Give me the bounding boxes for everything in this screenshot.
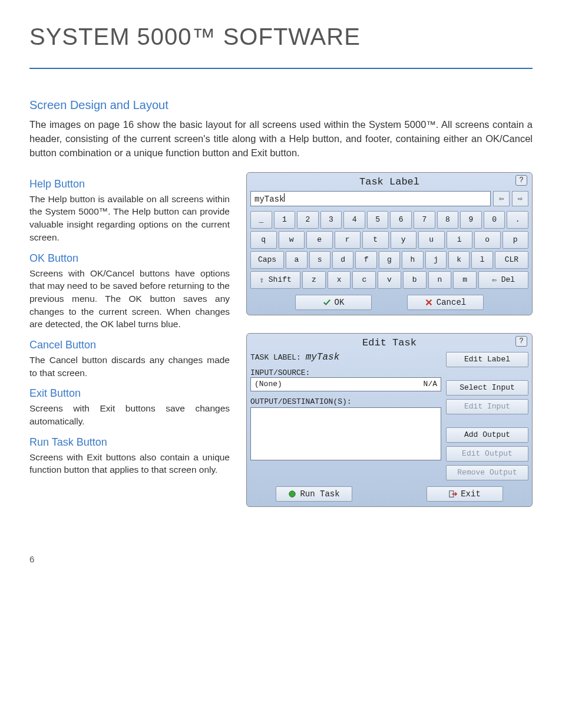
edit-input-button[interactable]: Edit Input [446,399,528,414]
key[interactable]: d [332,251,353,269]
cancel-body: The Cancel button discards any changes m… [29,354,230,379]
key[interactable]: . [507,211,528,229]
ok-label: OK [335,298,345,307]
runtask-body: Screens with Exit buttons also contain a… [29,451,230,476]
section-heading: Screen Design and Layout [29,98,533,112]
title-rule [29,68,533,69]
cancel-heading: Cancel Button [29,339,230,351]
select-input-button[interactable]: Select Input [446,380,528,396]
key[interactable]: p [503,231,529,249]
run-task-label: Run Task [300,489,339,499]
key[interactable]: e [306,231,333,249]
key[interactable]: a [286,251,307,269]
key[interactable]: x [328,271,351,289]
key[interactable]: f [355,251,376,269]
exit-label: Exit [461,489,481,499]
cancel-button[interactable]: Cancel [407,295,484,310]
key[interactable]: q [250,231,277,249]
output-list[interactable] [250,407,441,460]
cancel-label: Cancel [437,298,466,307]
task-label-caption: TASK LABEL: [250,353,301,362]
ok-button[interactable]: OK [295,295,372,310]
edit-task-panel: Edit Task ? TASK LABEL: myTask INPUT/SOU… [246,333,533,507]
caps-key[interactable]: Caps [250,251,284,269]
key[interactable]: y [391,231,417,249]
key[interactable]: 9 [460,211,482,229]
help-icon[interactable]: ? [515,175,527,186]
section-intro: The images on page 16 show the basic lay… [29,118,533,160]
key[interactable]: o [474,231,501,249]
edit-task-title: Edit Task [362,337,416,348]
shift-icon: ⇧ [259,275,264,285]
shift-key[interactable]: ⇧ Shift [250,271,300,289]
task-label-title: Task Label [359,176,419,187]
output-caption: OUTPUT/DESTINATION(S): [250,397,441,406]
task-label-input-value: myTask [254,195,284,204]
play-icon [288,490,296,498]
edit-label-button[interactable]: Edit Label [446,352,528,367]
page-title: SYSTEM 5000™ SOFTWARE [29,24,533,50]
task-label-value: myTask [306,352,340,363]
key[interactable]: m [453,271,477,289]
key[interactable]: k [448,251,470,269]
remove-output-button[interactable]: Remove Output [446,465,528,480]
input-source-na: N/A [424,380,437,388]
key[interactable]: r [335,231,361,249]
shift-label: Shift [269,275,292,284]
arrow-right-icon[interactable]: ⇨ [512,191,528,206]
run-task-button[interactable]: Run Task [276,486,352,502]
svg-point-0 [289,491,296,498]
key[interactable]: i [447,231,473,249]
add-output-button[interactable]: Add Output [446,427,528,443]
keyboard-row-3: Caps a s d f g h j k l CLR [250,251,528,269]
exit-heading: Exit Button [29,387,230,400]
keyboard-row-2: q w e r t y u i o p [250,231,528,249]
key[interactable]: j [425,251,447,269]
exit-icon [449,490,457,498]
key[interactable]: 1 [274,211,296,229]
exit-button[interactable]: Exit [427,486,503,502]
input-source-value: (None) [254,380,282,388]
key[interactable]: l [471,251,492,269]
arrow-left-icon[interactable]: ⇦ [493,191,510,206]
key[interactable]: 8 [437,211,459,229]
key[interactable]: b [403,271,427,289]
input-source-caption: INPUT/SOURCE: [250,368,441,377]
help-body: The Help button is available on all scre… [29,193,230,244]
key[interactable]: v [378,271,401,289]
key[interactable]: s [309,251,330,269]
key[interactable]: 4 [343,211,365,229]
ok-body: Screens with OK/Cancel buttons have opti… [29,267,230,331]
key[interactable]: t [362,231,389,249]
input-source-field[interactable]: (None) N/A [250,377,441,391]
backspace-icon: ⇦ [492,275,497,285]
key[interactable]: w [279,231,305,249]
key[interactable]: c [352,271,376,289]
key[interactable]: u [418,231,445,249]
key[interactable]: 5 [367,211,389,229]
keyboard-row-4: ⇧ Shift z x c v b n m ⇦ Del [250,271,528,289]
task-label-input[interactable]: myTask [250,191,491,206]
del-key[interactable]: ⇦ Del [478,271,528,289]
task-label-panel: Task Label ? myTask ⇦ ⇨ _ 1 2 3 [246,172,533,315]
check-icon [323,298,331,307]
help-icon[interactable]: ? [515,336,527,347]
key[interactable]: g [379,251,400,269]
key[interactable]: _ [250,211,272,229]
key[interactable]: 6 [390,211,412,229]
key[interactable]: 3 [320,211,342,229]
clr-key[interactable]: CLR [495,251,528,269]
key[interactable]: 0 [484,211,505,229]
ok-heading: OK Button [29,252,230,265]
help-heading: Help Button [29,178,230,190]
key[interactable]: h [402,251,423,269]
key[interactable]: 2 [297,211,319,229]
exit-body: Screens with Exit buttons save changes a… [29,402,230,427]
runtask-heading: Run Task Button [29,436,230,449]
key[interactable]: z [302,271,326,289]
edit-output-button[interactable]: Edit Output [446,446,528,462]
page-number: 6 [29,554,533,564]
key[interactable]: 7 [414,211,435,229]
x-icon [425,298,433,307]
key[interactable]: n [428,271,452,289]
